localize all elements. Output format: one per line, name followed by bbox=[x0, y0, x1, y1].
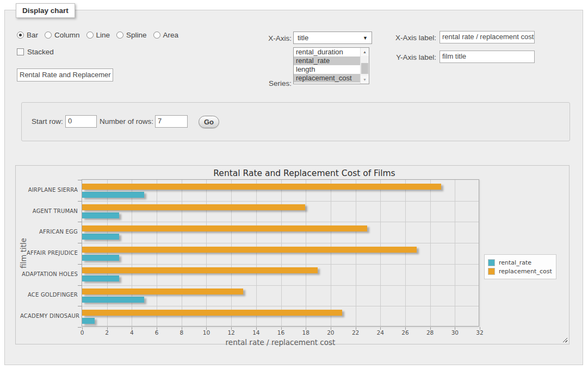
display-chart-fieldset: Display chart BarColumnLineSplineArea St… bbox=[4, 10, 583, 365]
x-tick-label: 18 bbox=[299, 329, 313, 336]
x-gridline bbox=[107, 180, 108, 326]
bar-rental_rate bbox=[82, 212, 119, 218]
series-select-label: Series: bbox=[208, 79, 292, 87]
bar-rental_rate bbox=[82, 255, 119, 261]
bar-rental_rate bbox=[82, 234, 119, 240]
row-range-panel: Start row: 0 Number of rows: 7 Go bbox=[21, 102, 570, 141]
bar-replacement_cost bbox=[82, 184, 441, 190]
radio-icon[interactable] bbox=[45, 32, 52, 39]
x-tick-label: 28 bbox=[423, 329, 437, 336]
x-tick-label: 0 bbox=[75, 329, 89, 336]
x-gridline bbox=[157, 180, 157, 326]
x-gridline bbox=[256, 180, 257, 326]
legend-label: rental_rate bbox=[499, 259, 531, 266]
x-gridline bbox=[331, 180, 331, 326]
x-axis-label-input[interactable]: rental rate / replacement cost bbox=[440, 31, 535, 43]
x-tick-label: 32 bbox=[473, 329, 487, 336]
chart-type-option-bar[interactable]: Bar bbox=[17, 31, 38, 39]
series-option-length[interactable]: length bbox=[294, 65, 360, 74]
chart-type-option-area[interactable]: Area bbox=[153, 31, 179, 39]
x-gridline bbox=[182, 180, 182, 326]
x-gridline bbox=[455, 180, 455, 326]
radio-icon[interactable] bbox=[86, 32, 94, 39]
x-axis-select-label: X-Axis: bbox=[208, 34, 292, 42]
x-gridline bbox=[206, 180, 207, 326]
y-tick-mark bbox=[78, 201, 82, 202]
number-of-rows-label: Number of rows: bbox=[100, 117, 153, 126]
legend-entry: rental_rate bbox=[488, 259, 552, 266]
x-tick-label: 12 bbox=[224, 329, 238, 336]
x-gridline bbox=[356, 180, 356, 326]
y-tick-mark bbox=[78, 180, 82, 180]
series-option-rental_rate[interactable]: rental_rate bbox=[294, 57, 360, 65]
chart-type-option-label: Bar bbox=[27, 31, 38, 39]
bar-rental_rate bbox=[82, 318, 95, 324]
category-label: AGENT TRUMAN bbox=[20, 208, 78, 214]
x-tick-label: 30 bbox=[448, 329, 462, 336]
plot-area bbox=[82, 179, 479, 327]
chart-title-input[interactable]: Rental Rate and Replacemer bbox=[17, 68, 113, 81]
x-gridline bbox=[281, 180, 282, 326]
category-label: AFFAIR PREJUDICE bbox=[20, 250, 78, 256]
legend-swatch-replacement_cost bbox=[488, 268, 495, 275]
radio-icon[interactable] bbox=[116, 32, 123, 39]
number-of-rows-input[interactable]: 7 bbox=[155, 115, 188, 128]
series-options: rental_durationrental_ratelengthreplacem… bbox=[294, 48, 360, 83]
page: Display chart BarColumnLineSplineArea St… bbox=[0, 0, 588, 370]
y-tick-mark bbox=[78, 243, 82, 243]
x-gridline bbox=[132, 180, 132, 326]
y-gridline bbox=[82, 264, 479, 265]
start-row-label: Start row: bbox=[32, 117, 63, 126]
y-gridline bbox=[82, 306, 479, 306]
bar-replacement_cost bbox=[82, 310, 342, 316]
chart-type-option-column[interactable]: Column bbox=[45, 31, 80, 39]
scrollbar-thumb[interactable] bbox=[361, 63, 368, 74]
x-tick-label: 14 bbox=[249, 329, 263, 336]
chart-title: Rental Rate and Replacement Cost of Film… bbox=[40, 168, 569, 178]
y-gridline bbox=[82, 201, 479, 202]
y-axis-label-input[interactable]: film title bbox=[440, 51, 535, 63]
x-gridline bbox=[430, 180, 431, 326]
bar-replacement_cost bbox=[82, 225, 367, 231]
x-tick-label: 6 bbox=[150, 329, 164, 336]
x-tick-label: 8 bbox=[175, 329, 189, 336]
y-tick-mark bbox=[78, 327, 82, 328]
radio-icon[interactable] bbox=[153, 32, 160, 39]
x-axis-selected-value: title bbox=[298, 34, 308, 42]
chart-type-option-spline[interactable]: Spline bbox=[116, 31, 147, 39]
x-tick-label: 4 bbox=[125, 329, 139, 336]
x-gridline bbox=[306, 180, 306, 326]
y-tick-mark bbox=[78, 264, 82, 265]
bar-replacement_cost bbox=[82, 267, 318, 273]
y-gridline bbox=[82, 222, 479, 222]
x-tick-label: 10 bbox=[199, 329, 213, 336]
bar-rental_rate bbox=[82, 192, 144, 198]
fieldset-legend: Display chart bbox=[16, 3, 75, 18]
x-tick-label: 20 bbox=[324, 329, 338, 336]
chart-type-radio-group: BarColumnLineSplineArea bbox=[17, 31, 178, 39]
resize-grip-icon[interactable] bbox=[561, 336, 567, 342]
stacked-checkbox[interactable] bbox=[17, 48, 24, 55]
go-button[interactable]: Go bbox=[199, 116, 219, 128]
x-axis-label-field-label: X-Axis label: bbox=[354, 34, 436, 42]
bar-replacement_cost bbox=[82, 247, 417, 253]
stacked-option[interactable]: Stacked bbox=[17, 48, 54, 56]
scroll-down-icon[interactable]: ▼ bbox=[361, 76, 369, 84]
chart-type-option-line[interactable]: Line bbox=[86, 31, 110, 39]
x-tick-label: 16 bbox=[274, 329, 288, 336]
category-label: ADAPTATION HOLES bbox=[20, 271, 78, 277]
series-option-rental_duration[interactable]: rental_duration bbox=[294, 48, 360, 57]
y-tick-mark bbox=[78, 306, 82, 306]
series-option-replacement_cost[interactable]: replacement_cost bbox=[294, 74, 360, 83]
x-gridline bbox=[231, 180, 232, 326]
bar-replacement_cost bbox=[82, 289, 243, 294]
chart-type-option-label: Column bbox=[54, 31, 80, 39]
start-row-input[interactable]: 0 bbox=[65, 115, 97, 128]
legend-swatch-rental_rate bbox=[488, 259, 495, 266]
radio-icon[interactable] bbox=[17, 32, 24, 39]
category-label: AIRPLANE SIERRA bbox=[20, 187, 78, 193]
chart-area: Rental Rate and Replacement Cost of Film… bbox=[15, 165, 570, 344]
y-tick-mark bbox=[78, 222, 82, 222]
bar-rental_rate bbox=[82, 297, 144, 303]
x-gridline bbox=[380, 180, 381, 326]
